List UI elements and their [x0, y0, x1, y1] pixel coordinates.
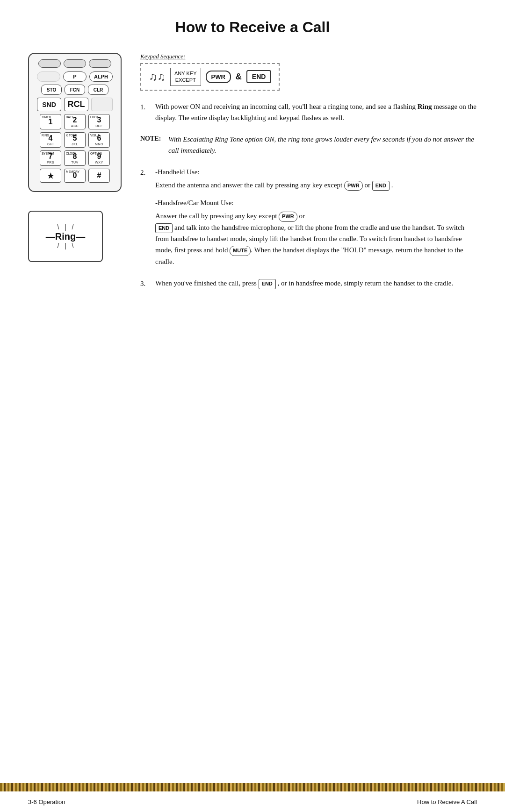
key-3: LOCK 3 DEF	[88, 114, 110, 129]
key-blank-oval	[37, 71, 60, 82]
key-5-label: K TONE	[66, 134, 77, 137]
note-block: NOTE: With Escalating Ring Tone option O…	[140, 134, 477, 156]
any-key-line2: EXCEPT	[174, 77, 197, 83]
ring-bold: Ring	[418, 103, 432, 110]
footer-left: 3-6 Operation	[28, 798, 65, 805]
key-9-sub: WXY	[95, 161, 103, 164]
note-label: NOTE:	[140, 134, 164, 156]
keypad-row-456: RING 4 GHI K TONE 5 JKL VISUAL 6 MNO	[34, 132, 116, 148]
handsfree-header: -Handsfree/Car Mount Use:	[155, 197, 477, 208]
key-7: SYSTEM 7 PRS	[40, 150, 61, 166]
step-3-content: When you've finished the call, press END…	[155, 278, 477, 289]
key-2-label: BATT	[66, 115, 73, 119]
ring-lines-bottom: / | \	[58, 242, 74, 250]
note-text: With Escalating Ring Tone option ON, the…	[168, 134, 477, 156]
key-sto: STO	[41, 85, 62, 95]
ring-label: —Ring—	[46, 231, 85, 242]
key-hash: #	[88, 169, 110, 183]
keypad-row-p-alph: P ALPH	[34, 71, 116, 82]
key-0-label: MEMORY	[66, 170, 79, 173]
footer-text: 3-6 Operation How to Receive A Call	[28, 798, 477, 805]
key-7-sub: PRS	[47, 161, 54, 164]
keypad-row-snd: SND RCL	[34, 98, 116, 111]
ring-display: \ | / —Ring— / | \	[28, 211, 103, 262]
inline-end-2: END	[155, 223, 173, 234]
keypad-sequence-label: Keypad Sequence:	[140, 53, 477, 60]
key-6: VISUAL 6 MNO	[88, 132, 110, 148]
keypad-top-row	[34, 59, 116, 68]
sequence-box: ♫♫ ANY KEY EXCEPT PWR & END	[140, 63, 280, 91]
step-1: 1. With power ON and receiving an incomi…	[140, 101, 477, 123]
keypad-row-sto: STO FCN CLR	[34, 85, 116, 95]
key-2: BATT 2 ABC	[64, 114, 86, 129]
key-5: K TONE 5 JKL	[64, 132, 86, 148]
key-3-label-left: LOCK	[90, 115, 99, 119]
sequence-end-btn: END	[246, 70, 272, 83]
key-8-label: CLOCK	[66, 152, 76, 155]
key-clr: CLR	[88, 85, 108, 95]
step-1-num: 1.	[140, 101, 151, 123]
step-1-content: With power ON and receiving an incoming …	[155, 101, 477, 123]
page-title: How to Receive a Call	[28, 19, 477, 36]
key-p: P	[63, 71, 87, 82]
left-column: P ALPH STO FCN CLR SND RCL	[28, 53, 126, 262]
sequence-any-key: ANY KEY EXCEPT	[170, 68, 201, 86]
key-9-label: OPTION	[90, 152, 102, 155]
top-rounded-1	[38, 59, 61, 68]
ring-text: —Ring—	[46, 231, 85, 242]
ring-lines-top: \ | /	[58, 223, 74, 231]
key-2-sub: ABC	[71, 124, 79, 128]
key-4: RING 4 GHI	[40, 132, 61, 148]
key-7-label: SYSTEM	[42, 152, 54, 155]
top-rounded-3	[89, 59, 111, 68]
any-key-line1: ANY KEY	[174, 70, 197, 77]
key-1-digit: 1	[49, 118, 53, 126]
key-blank-snd-row	[91, 98, 113, 111]
key-3-sub: DEF	[95, 124, 103, 128]
top-rounded-2	[64, 59, 86, 68]
key-alph: ALPH	[89, 71, 113, 82]
key-1-label: TIMER	[42, 115, 51, 119]
sequence-signal: ♫♫	[149, 71, 166, 83]
key-star: ★	[40, 169, 61, 183]
step-2-num: 2.	[140, 166, 151, 267]
key-9: OPTION 9 WXY	[88, 150, 110, 166]
key-hash-digit: #	[97, 171, 101, 180]
keypad-row-789: SYSTEM 7 PRS CLOCK 8 TUV OPTION 9 WXY	[34, 150, 116, 166]
keypad-device: P ALPH STO FCN CLR SND RCL	[28, 53, 122, 192]
key-fcn: FCN	[65, 85, 85, 95]
sequence-amp: &	[236, 72, 242, 82]
main-layout: P ALPH STO FCN CLR SND RCL	[28, 53, 477, 299]
keypad-row-star0hash: ★ MEMORY 0 #	[34, 169, 116, 183]
step-2-content: -Handheld Use: Extend the antenna and an…	[155, 166, 477, 267]
footer-bar	[0, 783, 505, 791]
key-1: TIMER 1	[40, 114, 61, 129]
keypad-row-123: TIMER 1 BATT 2 ABC LOCK 3 DEF	[34, 114, 116, 129]
key-rcl: RCL	[64, 98, 88, 111]
handheld-header: -Handheld Use:	[155, 166, 477, 178]
key-0: MEMORY 0	[64, 169, 86, 183]
step-2: 2. -Handheld Use: Extend the antenna and…	[140, 166, 477, 267]
right-column: Keypad Sequence: ♫♫ ANY KEY EXCEPT PWR &…	[140, 53, 477, 299]
inline-end-1: END	[372, 181, 390, 191]
key-8: CLOCK 8 TUV	[64, 150, 86, 166]
step-3-num: 3.	[140, 278, 151, 289]
inline-mute: MUTE	[230, 246, 251, 256]
page-wrapper: How to Receive a Call P ALPH	[0, 0, 505, 337]
key-8-sub: TUV	[71, 161, 79, 164]
key-4-label: RING	[42, 134, 49, 137]
key-4-sub: GHI	[47, 142, 54, 146]
handheld-body: Extend the antenna and answer the call b…	[155, 179, 477, 191]
inline-pwr-2: PWR	[279, 212, 297, 222]
key-6-label: VISUAL	[90, 134, 101, 137]
key-snd: SND	[37, 98, 61, 111]
footer-right: How to Receive A Call	[417, 798, 477, 805]
inline-end-3: END	[259, 279, 276, 289]
inline-pwr-1: PWR	[344, 181, 363, 191]
sequence-pwr-btn: PWR	[206, 71, 231, 83]
key-6-sub: MNO	[95, 142, 103, 146]
key-5-sub: JKL	[72, 142, 78, 146]
handsfree-body: Answer the call by pressing any key exce…	[155, 210, 477, 267]
step-3: 3. When you've finished the call, press …	[140, 278, 477, 289]
key-star-digit: ★	[47, 171, 54, 180]
